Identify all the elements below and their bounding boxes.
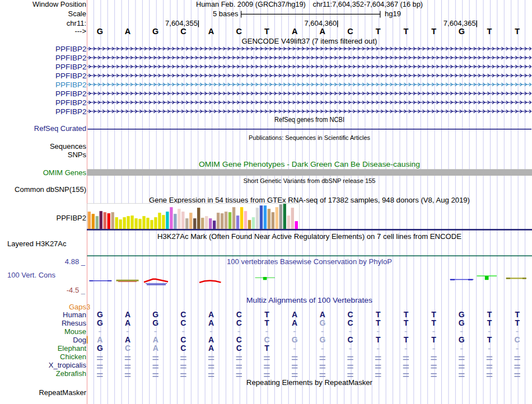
svg-text:Rhesus: Rhesus (62, 319, 87, 327)
svg-text:Sequences: Sequences (50, 142, 87, 151)
svg-text:G: G (459, 310, 465, 319)
svg-text:C: C (236, 335, 242, 344)
svg-text:G: G (152, 310, 158, 319)
svg-text:T: T (404, 335, 409, 344)
svg-text:PPFIBP2: PPFIBP2 (55, 63, 87, 71)
svg-text:A: A (292, 318, 297, 327)
svg-text:3: 3 (87, 303, 91, 311)
svg-text:T: T (515, 318, 520, 327)
svg-text:G: G (152, 27, 158, 36)
svg-text:T: T (487, 318, 492, 327)
svg-text:A: A (208, 335, 214, 344)
svg-text:G: G (97, 27, 103, 36)
svg-text:OMIM Gene Phenotypes - Dark Gr: OMIM Gene Phenotypes - Dark Green Can Be… (199, 160, 420, 168)
svg-text:PPFIBP2: PPFIBP2 (55, 90, 87, 98)
svg-text:100 vertebrates Basewise Conse: 100 vertebrates Basewise Conservation by… (227, 257, 392, 266)
svg-text:G: G (459, 27, 465, 36)
svg-text:C: C (180, 335, 186, 344)
svg-text:PPFIBP2: PPFIBP2 (55, 107, 87, 116)
svg-text:T: T (264, 310, 269, 319)
svg-text:H3K27Ac Mark (Often Found Near: H3K27Ac Mark (Often Found Near Active Re… (157, 232, 461, 241)
svg-text:--->: ---> (74, 27, 86, 35)
svg-text:T: T (264, 344, 269, 353)
svg-text:T: T (404, 310, 409, 319)
svg-text:Elephant: Elephant (58, 344, 87, 353)
svg-text:A: A (208, 318, 214, 327)
svg-text:C: C (515, 335, 520, 344)
svg-text:T: T (487, 310, 492, 319)
svg-text:Gaps: Gaps (69, 303, 87, 311)
svg-text:Human Feb. 2009 (GRCh37/hg19): Human Feb. 2009 (GRCh37/hg19) chr11:7,60… (196, 0, 423, 8)
svg-text:C: C (264, 335, 269, 344)
svg-text:A: A (153, 335, 158, 344)
svg-text:T: T (403, 27, 408, 36)
svg-text:PPFIBP2: PPFIBP2 (55, 81, 87, 89)
svg-text:SNPs: SNPs (68, 151, 87, 159)
svg-text:T: T (487, 335, 492, 344)
svg-text:Common dbSNP(155): Common dbSNP(155) (15, 185, 86, 194)
svg-text:G: G (319, 318, 325, 327)
svg-text:GENCODE V49lift37 (7 items fil: GENCODE V49lift37 (7 items filtered out) (242, 37, 377, 45)
svg-text:PPFIBP2: PPFIBP2 (57, 214, 86, 222)
svg-text:PPFIBP2: PPFIBP2 (55, 72, 87, 80)
svg-text:G: G (152, 318, 158, 327)
svg-text:A: A (125, 310, 130, 319)
svg-text:C: C (236, 310, 242, 319)
svg-text:T: T (515, 310, 520, 319)
svg-text:C: C (347, 318, 353, 327)
svg-text:A: A (292, 310, 297, 319)
svg-text:OMIM Genes: OMIM Genes (43, 168, 87, 177)
svg-text:C: C (180, 344, 186, 353)
svg-text:PPFIBP2: PPFIBP2 (55, 45, 87, 53)
svg-text:7,604,355: 7,604,355 (165, 19, 198, 27)
svg-text:T: T (376, 27, 381, 36)
svg-text:T: T (264, 27, 269, 36)
svg-text:hg19: hg19 (385, 10, 401, 18)
svg-text:RefSeq Curated: RefSeq Curated (34, 124, 86, 133)
svg-text:A: A (125, 27, 131, 36)
svg-text:7,604,365: 7,604,365 (444, 19, 476, 27)
svg-text:A: A (292, 27, 298, 36)
svg-text:PPFIBP2: PPFIBP2 (55, 54, 87, 62)
svg-text:G: G (97, 344, 103, 353)
svg-text:Zebrafish: Zebrafish (56, 369, 86, 378)
svg-text:-4.5 _: -4.5 _ (67, 286, 86, 294)
svg-text:chr11:: chr11: (67, 19, 86, 27)
svg-text:C: C (236, 344, 242, 353)
svg-text:T: T (404, 318, 409, 327)
svg-text:G: G (97, 318, 103, 327)
svg-text:Chicken: Chicken (60, 353, 86, 361)
svg-text:Multiz Alignments of 100 Verte: Multiz Alignments of 100 Vertebrates (246, 296, 373, 304)
svg-text:T: T (431, 335, 436, 344)
svg-text:T: T (376, 310, 381, 319)
svg-text:G: G (319, 335, 325, 344)
svg-text:C: C (347, 310, 353, 319)
svg-text:Scale: Scale (68, 10, 86, 18)
svg-text:G: G (292, 335, 298, 344)
svg-text:G: G (459, 335, 465, 344)
svg-text:A: A (125, 335, 130, 344)
svg-text:C: C (347, 27, 353, 36)
svg-text:Short Genetic Variants from db: Short Genetic Variants from dbSNP releas… (244, 177, 376, 184)
svg-text:4.88 _: 4.88 _ (65, 257, 86, 266)
svg-text:PPFIBP2: PPFIBP2 (55, 98, 87, 107)
svg-text:A: A (320, 310, 325, 319)
svg-text:C: C (347, 335, 353, 344)
svg-text:X_tropicalis: X_tropicalis (49, 361, 87, 369)
svg-text:G: G (459, 318, 465, 327)
svg-text:Repeating Elements by RepeatMa: Repeating Elements by RepeatMasker (246, 378, 373, 387)
svg-text:Mouse: Mouse (64, 327, 86, 336)
svg-text:G: G (97, 310, 103, 319)
svg-text:RefSeq genes from NCBI: RefSeq genes from NCBI (274, 116, 344, 124)
svg-text:Dog: Dog (73, 336, 86, 344)
svg-text:A: A (97, 335, 102, 344)
svg-text:Human: Human (63, 311, 86, 319)
svg-text:A: A (208, 27, 214, 36)
svg-text:C: C (236, 27, 242, 36)
svg-text:T: T (431, 310, 436, 319)
svg-text:A: A (208, 310, 214, 319)
svg-text:C: C (125, 344, 130, 353)
svg-text:C: C (236, 318, 242, 327)
svg-text:C: C (180, 310, 186, 319)
svg-text:A: A (320, 27, 326, 36)
